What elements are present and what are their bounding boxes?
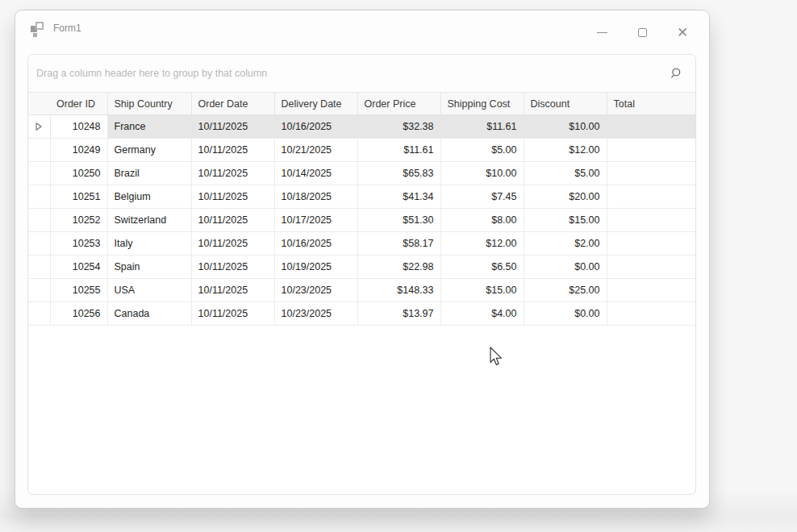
cell-shipping-cost[interactable]: $5.00 bbox=[440, 139, 524, 162]
column-header-order-date[interactable]: Order Date bbox=[191, 93, 274, 115]
table-row[interactable]: 10253Italy10/11/202510/16/2025$58.17$12.… bbox=[28, 232, 696, 256]
cell-ship-country[interactable]: France bbox=[107, 115, 191, 139]
cell-delivery-date[interactable]: 10/17/2025 bbox=[274, 209, 357, 232]
cell-total[interactable] bbox=[607, 209, 696, 232]
table-row[interactable]: 10252Switzerland10/11/202510/17/2025$51.… bbox=[28, 209, 696, 232]
cell-order-date[interactable]: 10/11/2025 bbox=[191, 185, 274, 209]
cell-discount[interactable]: $10.00 bbox=[524, 115, 607, 139]
cell-delivery-date[interactable]: 10/21/2025 bbox=[274, 139, 357, 162]
cell-discount[interactable]: $15.00 bbox=[524, 209, 607, 232]
minimize-button[interactable] bbox=[582, 16, 622, 48]
cell-discount[interactable]: $2.00 bbox=[524, 232, 607, 256]
table-row[interactable]: 10249Germany10/11/202510/21/2025$11.61$5… bbox=[28, 139, 696, 162]
cell-order-id[interactable]: 10250 bbox=[50, 162, 107, 185]
column-header-order-id[interactable]: Order ID bbox=[50, 93, 107, 115]
close-button[interactable]: ✕ bbox=[662, 16, 703, 48]
cell-ship-country[interactable]: Germany bbox=[107, 139, 191, 162]
cell-delivery-date[interactable]: 10/14/2025 bbox=[274, 162, 357, 185]
cell-order-id[interactable]: 10253 bbox=[50, 232, 107, 256]
cell-ship-country[interactable]: Belgium bbox=[107, 185, 191, 209]
cell-ship-country[interactable]: Italy bbox=[107, 232, 191, 256]
cell-order-id[interactable]: 10256 bbox=[50, 302, 107, 326]
cell-ship-country[interactable]: Canada bbox=[107, 302, 191, 326]
cell-total[interactable] bbox=[607, 302, 696, 326]
cell-order-price[interactable]: $22.98 bbox=[357, 256, 440, 279]
cell-order-price[interactable]: $65.83 bbox=[357, 162, 440, 185]
cell-order-price[interactable]: $13.97 bbox=[357, 302, 440, 326]
cell-shipping-cost[interactable]: $6.50 bbox=[440, 256, 524, 279]
cell-order-date[interactable]: 10/11/2025 bbox=[191, 139, 274, 162]
column-header-order-price[interactable]: Order Price bbox=[357, 93, 440, 115]
cell-delivery-date[interactable]: 10/23/2025 bbox=[274, 279, 357, 302]
cell-total[interactable] bbox=[607, 232, 696, 256]
column-header-shipping-cost[interactable]: Shipping Cost bbox=[440, 93, 524, 115]
cell-order-id[interactable]: 10252 bbox=[50, 209, 107, 232]
table-row[interactable]: 10256Canada10/11/202510/23/2025$13.97$4.… bbox=[28, 302, 696, 326]
cell-ship-country[interactable]: Brazil bbox=[107, 162, 191, 185]
cell-delivery-date[interactable]: 10/19/2025 bbox=[274, 256, 357, 279]
row-indicator-cell bbox=[28, 302, 50, 326]
cell-shipping-cost[interactable]: $12.00 bbox=[440, 232, 524, 256]
table-row[interactable]: 10251Belgium10/11/202510/18/2025$41.34$7… bbox=[28, 185, 696, 209]
cell-order-price[interactable]: $51.30 bbox=[357, 209, 440, 232]
cell-order-id[interactable]: 10249 bbox=[50, 139, 107, 162]
cell-discount[interactable]: $0.00 bbox=[524, 302, 607, 326]
cell-discount[interactable]: $5.00 bbox=[524, 162, 607, 185]
maximize-button[interactable] bbox=[622, 16, 662, 48]
cell-order-date[interactable]: 10/11/2025 bbox=[191, 115, 274, 139]
cell-total[interactable] bbox=[607, 279, 696, 302]
cell-ship-country[interactable]: Spain bbox=[107, 256, 191, 279]
cell-order-id[interactable]: 10248 bbox=[50, 115, 107, 139]
cell-total[interactable] bbox=[607, 256, 696, 279]
cell-ship-country[interactable]: Switzerland bbox=[107, 209, 191, 232]
cell-delivery-date[interactable]: 10/16/2025 bbox=[274, 115, 357, 139]
cell-discount[interactable]: $0.00 bbox=[524, 256, 607, 279]
cell-order-price[interactable]: $41.34 bbox=[357, 185, 440, 209]
cell-delivery-date[interactable]: 10/16/2025 bbox=[274, 232, 357, 256]
cell-order-date[interactable]: 10/11/2025 bbox=[191, 256, 274, 279]
column-header-ship-country[interactable]: Ship Country bbox=[107, 93, 191, 115]
cell-order-id[interactable]: 10251 bbox=[50, 185, 107, 209]
group-by-panel[interactable]: Drag a column header here to group by th… bbox=[28, 55, 695, 92]
cell-order-price[interactable]: $11.61 bbox=[357, 139, 440, 162]
cell-shipping-cost[interactable]: $7.45 bbox=[440, 185, 524, 209]
cell-order-price[interactable]: $58.17 bbox=[357, 232, 440, 256]
cell-discount[interactable]: $25.00 bbox=[524, 279, 607, 302]
cell-total[interactable] bbox=[607, 162, 696, 185]
cell-ship-country[interactable]: USA bbox=[107, 279, 191, 302]
cell-order-date[interactable]: 10/11/2025 bbox=[191, 232, 274, 256]
cell-shipping-cost[interactable]: $10.00 bbox=[440, 162, 524, 185]
cell-shipping-cost[interactable]: $4.00 bbox=[440, 302, 524, 326]
cell-order-id[interactable]: 10254 bbox=[50, 256, 107, 279]
search-button[interactable] bbox=[666, 63, 686, 84]
cell-order-date[interactable]: 10/11/2025 bbox=[191, 162, 274, 185]
indicator-header-cell bbox=[28, 93, 50, 115]
column-header-discount[interactable]: Discount bbox=[524, 93, 607, 115]
row-indicator-cell bbox=[28, 162, 50, 185]
cell-order-date[interactable]: 10/11/2025 bbox=[191, 279, 274, 302]
cell-order-date[interactable]: 10/11/2025 bbox=[191, 302, 274, 326]
column-header-delivery-date[interactable]: Delivery Date bbox=[274, 93, 357, 115]
cell-discount[interactable]: $20.00 bbox=[524, 185, 607, 209]
table-row[interactable]: 10250Brazil10/11/202510/14/2025$65.83$10… bbox=[28, 162, 696, 185]
titlebar[interactable]: Form1 ✕ bbox=[15, 10, 709, 54]
cell-shipping-cost[interactable]: $8.00 bbox=[440, 209, 524, 232]
cell-delivery-date[interactable]: 10/18/2025 bbox=[274, 185, 357, 209]
table-row[interactable]: 10248France10/11/202510/16/2025$32.38$11… bbox=[28, 115, 696, 139]
cell-total[interactable] bbox=[607, 139, 696, 162]
cell-delivery-date[interactable]: 10/23/2025 bbox=[274, 302, 357, 326]
cell-order-price[interactable]: $148.33 bbox=[357, 279, 440, 302]
cell-shipping-cost[interactable]: $11.61 bbox=[440, 115, 524, 139]
cell-discount[interactable]: $12.00 bbox=[524, 139, 607, 162]
table-row[interactable]: 10254Spain10/11/202510/19/2025$22.98$6.5… bbox=[28, 256, 696, 279]
cell-order-id[interactable]: 10255 bbox=[50, 279, 107, 302]
row-indicator-cell bbox=[28, 209, 50, 232]
row-indicator-cell bbox=[28, 232, 50, 256]
table-row[interactable]: 10255USA10/11/202510/23/2025$148.33$15.0… bbox=[28, 279, 696, 302]
cell-total[interactable] bbox=[607, 115, 696, 139]
cell-total[interactable] bbox=[607, 185, 696, 209]
cell-order-price[interactable]: $32.38 bbox=[357, 115, 440, 139]
cell-shipping-cost[interactable]: $15.00 bbox=[440, 279, 524, 302]
column-header-total[interactable]: Total bbox=[607, 93, 696, 115]
cell-order-date[interactable]: 10/11/2025 bbox=[191, 209, 274, 232]
